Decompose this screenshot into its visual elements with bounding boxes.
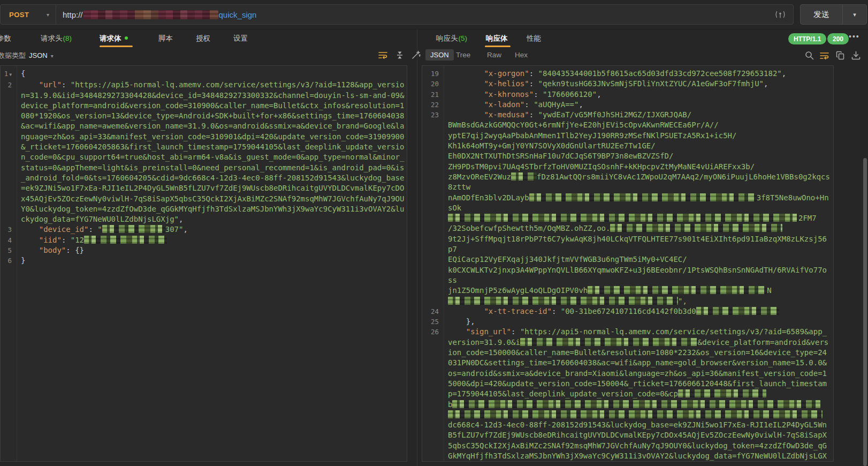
response-headers-count: (5) [459,34,468,42]
protocol-badge: HTTP/1.1 [788,33,826,44]
line-number: 21 [422,89,444,100]
tab-params[interactable]: 参数 [0,34,11,44]
topbar-separator [0,29,868,29]
more-menu-icon[interactable]: ••• [849,32,860,41]
api-client-window: POST ▾ http://quick_sign 发送 ▾ 参数 请求头(8) … [0,0,868,466]
code-line: 21 "x-khronos": "1766066120", [422,89,833,100]
code-line: 2 "url": "https://api5-normal-lq.amemv.c… [1,80,407,224]
view-tree-button[interactable]: Tree [456,51,470,59]
tab-response-headers[interactable]: 响应头(5) [436,34,467,44]
send-button[interactable]: 发送 ▾ [800,4,867,25]
redacted-text [511,172,537,181]
code-line: 6} [1,255,407,266]
word-wrap-icon[interactable] [820,51,829,60]
line-number: 4 [1,235,17,245]
chevron-down-icon: ▾ [47,12,49,18]
url-scheme: http:// [63,10,83,19]
request-body-editor[interactable]: 1▼{2 "url": "https://api5-normal-lq.amem… [0,65,407,462]
vertical-scrollbar[interactable] [863,158,867,466]
tab-performance[interactable]: 性能 [527,34,541,44]
active-response-tab-underline [485,46,511,47]
line-number: 6 [1,255,17,266]
redacted-text [678,389,766,397]
request-url-container: POST ▾ http://quick_sign [0,4,794,25]
line-number: 24 [422,306,444,317]
line-number: 20 [422,79,444,89]
line-number: 5 [1,245,17,255]
copy-icon[interactable] [836,51,845,60]
redacted-text [448,214,798,222]
line-number: 23 [422,110,444,120]
code-line: 19 "x-gorgon": "840435344001b5f8615ac65d… [422,69,833,79]
view-json-button[interactable]: JSON [425,49,454,61]
redacted-text [84,236,167,244]
format-wand-icon[interactable] [412,50,421,59]
tab-script[interactable]: 脚本 [158,34,173,44]
datatype-select[interactable]: 数据类型JSON▾ [0,51,54,61]
download-icon[interactable] [851,51,861,60]
redacted-text [588,286,767,294]
fold-arrow-icon[interactable]: ▼ [9,72,12,77]
chevron-down-icon: ▾ [51,53,54,59]
line-number: 2 [1,80,17,90]
request-body-code: 1▼{2 "url": "https://api5-normal-lq.amem… [1,69,407,266]
view-raw-button[interactable]: Raw [487,51,501,59]
datatype-label: 数据类型 [0,51,26,59]
line-number: 1▼ [1,69,17,80]
url-path: quick_sign [219,10,257,19]
send-button-label: 发送 [801,5,842,24]
code-line: 23 "x-medusa": "ywdEaT/vG5Mf0JhSHi2MGZ/I… [422,110,833,306]
status-code-badge: 200 [827,33,849,44]
request-headers-count: (8) [63,34,72,42]
line-number: 22 [422,100,444,110]
code-line: 22 "x-ladon": "aUQHyA==", [422,100,833,110]
line-number: 19 [422,69,444,79]
code-line: 5 "body": {} [1,245,407,255]
signal-icon[interactable] [775,10,786,19]
code-line: 3 "device_id": "307", [1,224,407,235]
tab-request-body[interactable]: 请求体 [100,34,128,44]
tab-auth[interactable]: 授权 [196,34,210,44]
response-body-editor[interactable]: 19 "x-gorgon": "840435344001b5f8615ac65d… [422,65,834,462]
redacted-text [102,225,165,233]
panel-divider[interactable] [417,29,417,466]
code-line: 24 "x-tt-trace-id": "00-31be6724107116cd… [422,306,833,317]
active-request-tab-underline [100,46,133,47]
line-number: 3 [1,224,17,235]
tab-request-headers[interactable]: 请求头(8) [41,34,72,44]
view-hex-button[interactable]: Hex [515,51,528,59]
code-line: 25 }, [422,317,833,327]
code-line: 1▼{ [1,69,407,80]
collapse-all-icon[interactable] [395,50,404,60]
word-wrap-icon[interactable] [378,51,388,59]
redacted-text [520,338,698,346]
send-options-caret[interactable]: ▾ [843,5,866,24]
redacted-text [448,410,823,418]
code-line: 4 "iid": "12 [1,235,407,245]
method-select[interactable]: POST ▾ [1,5,56,24]
line-number: 26 [422,327,444,337]
tab-response-body[interactable]: 响应体 [486,34,508,44]
redacted-url-segment [83,10,218,19]
line-number: 25 [422,317,444,327]
redacted-text [452,400,820,408]
tab-settings[interactable]: 设置 [233,34,248,44]
redacted-text [610,224,782,232]
code-line: 20 "x-helios": "qekn9tusHG63JNvSmNjSFDli… [422,79,833,89]
redacted-text [696,307,779,315]
code-line: 26 "sign_url": "https://api5-normal-lq.a… [422,327,833,462]
request-body-dot [125,36,128,40]
datatype-value: JSON [29,51,48,59]
redacted-text [448,297,678,305]
search-icon[interactable] [805,51,814,60]
url-input[interactable]: http://quick_sign [56,5,793,24]
redacted-text [529,193,757,201]
response-body-code: 19 "x-gorgon": "840435344001b5f8615ac65d… [422,69,833,462]
method-label: POST [9,11,29,19]
